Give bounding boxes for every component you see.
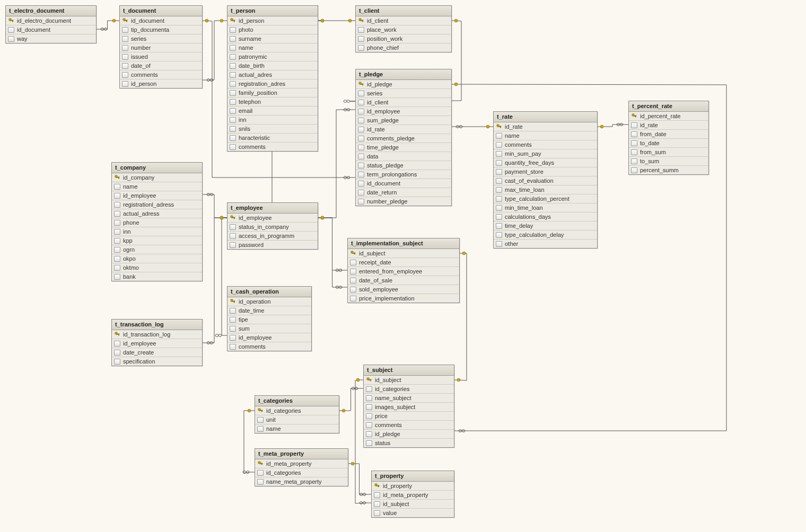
column-number_pledge[interactable]: number_pledge [356, 197, 451, 206]
table-title[interactable]: t_cash_operation [227, 287, 311, 297]
column-id_document[interactable]: id_document [356, 179, 451, 188]
column-type_calculation_percent[interactable]: type_calculation_percent [494, 194, 597, 203]
column-id_pledge[interactable]: id_pledge [356, 80, 451, 89]
column-telephon[interactable]: telephon [227, 97, 318, 107]
column-images_subject[interactable]: images_subject [364, 403, 454, 412]
column-status_pledge[interactable]: status_pledge [356, 161, 451, 170]
table-title[interactable]: t_electro_document [6, 6, 96, 16]
column-status_in_company[interactable]: status_in_company [227, 223, 318, 232]
column-id_categories[interactable]: id_categories [255, 406, 339, 415]
column-unit[interactable]: unit [255, 415, 339, 424]
column-time_delay[interactable]: time_delay [494, 221, 597, 230]
column-okpo[interactable]: okpo [112, 254, 202, 263]
table-title[interactable]: t_property [372, 471, 454, 482]
column-comments[interactable]: comments [227, 143, 318, 151]
table-t_employee[interactable]: t_employeeid_employeestatus_in_companyac… [227, 202, 318, 250]
column-sold_employee[interactable]: sold_employee [348, 285, 459, 294]
table-t_rate[interactable]: t_rateid_ratenamecommentsmin_sum_payquan… [493, 111, 598, 249]
column-id_company[interactable]: id_company [112, 173, 202, 182]
column-id_subject[interactable]: id_subject [372, 500, 454, 509]
column-access_in_programm[interactable]: access_in_programm [227, 232, 318, 241]
column-entered_from_employee[interactable]: entered_from_employee [348, 267, 459, 276]
table-title[interactable]: t_transaction_log [112, 320, 202, 330]
table-title[interactable]: t_percent_rate [629, 101, 708, 112]
column-other[interactable]: other [494, 240, 597, 248]
table-title[interactable]: t_person [227, 6, 318, 16]
column-actual_adress[interactable]: actual_adress [112, 209, 202, 218]
table-t_pledge[interactable]: t_pledgeid_pledgeseriesid_clientid_emplo… [355, 69, 452, 206]
column-id_operation[interactable]: id_operation [227, 297, 311, 306]
column-from_date[interactable]: from_date [629, 130, 708, 139]
table-title[interactable]: t_company [112, 163, 202, 173]
column-id_transaction_log[interactable]: id_transaction_log [112, 330, 202, 339]
column-comments[interactable]: comments [120, 70, 202, 79]
column-tipe[interactable]: tipe [227, 315, 311, 324]
column-min_sum_pay[interactable]: min_sum_pay [494, 149, 597, 158]
column-to_sum[interactable]: to_sum [629, 157, 708, 166]
column-place_work[interactable]: place_work [356, 25, 451, 34]
table-title[interactable]: t_categories [255, 396, 339, 406]
column-id_meta_property[interactable]: id_meta_property [372, 491, 454, 500]
column-sum_pledge[interactable]: sum_pledge [356, 116, 451, 125]
column-inn[interactable]: inn [112, 227, 202, 236]
table-t_cash_operation[interactable]: t_cash_operationid_operationdate_timetip… [227, 286, 312, 351]
column-id_client[interactable]: id_client [356, 16, 451, 25]
column-id_pledge[interactable]: id_pledge [364, 430, 454, 439]
column-type_calculation_delay[interactable]: type_calculation_delay [494, 230, 597, 240]
column-id_property[interactable]: id_property [372, 482, 454, 491]
column-id_electro_document[interactable]: id_electro_document [6, 16, 96, 25]
column-id_client[interactable]: id_client [356, 98, 451, 107]
column-sum[interactable]: sum [227, 324, 311, 333]
column-issued[interactable]: issued [120, 52, 202, 61]
column-percent_summ[interactable]: percent_summ [629, 166, 708, 174]
column-tip_documenta[interactable]: tip_documenta [120, 25, 202, 34]
column-bank[interactable]: bank [112, 272, 202, 281]
column-date_of_sale[interactable]: date_of_sale [348, 276, 459, 285]
column-photo[interactable]: photo [227, 25, 318, 34]
table-t_meta_property[interactable]: t_meta_propertyid_meta_propertyid_catego… [255, 448, 348, 486]
column-min_time_loan[interactable]: min_time_loan [494, 203, 597, 212]
table-title[interactable]: t_implementation_subject [348, 238, 459, 249]
column-id_document[interactable]: id_document [120, 16, 202, 25]
column-id_meta_property[interactable]: id_meta_property [255, 459, 348, 468]
column-value[interactable]: value [372, 509, 454, 517]
column-data[interactable]: data [356, 152, 451, 161]
column-phone[interactable]: phone [112, 218, 202, 227]
column-quantity_free_days[interactable]: quantity_free_days [494, 158, 597, 167]
column-id_subject[interactable]: id_subject [348, 249, 459, 258]
column-date_of[interactable]: date_of [120, 61, 202, 70]
column-name_meta_property[interactable]: name_meta_property [255, 477, 348, 486]
column-series[interactable]: series [356, 89, 451, 98]
table-t_transaction_log[interactable]: t_transaction_logid_transaction_logid_em… [111, 319, 203, 366]
column-kpp[interactable]: kpp [112, 236, 202, 245]
column-price[interactable]: price [364, 412, 454, 421]
table-t_document[interactable]: t_documentid_documenttip_documentaseries… [119, 5, 203, 88]
column-registrationl_adress[interactable]: registrationl_adress [112, 200, 202, 209]
column-family_position[interactable]: family_position [227, 88, 318, 97]
table-title[interactable]: t_subject [364, 365, 454, 376]
column-name[interactable]: name [227, 43, 318, 52]
column-id_categories[interactable]: id_categories [364, 385, 454, 394]
column-comments[interactable]: comments [364, 421, 454, 430]
column-comments[interactable]: comments [227, 342, 311, 351]
table-t_electro_document[interactable]: t_electro_documentid_electro_documentid_… [5, 5, 97, 43]
column-name[interactable]: name [494, 131, 597, 140]
column-way[interactable]: way [6, 34, 96, 43]
table-t_property[interactable]: t_propertyid_propertyid_meta_propertyid_… [371, 471, 454, 518]
column-actual_adres[interactable]: actual_adres [227, 70, 318, 79]
column-haracteristic[interactable]: haracteristic [227, 134, 318, 143]
column-time_pledge[interactable]: time_pledge [356, 143, 451, 152]
column-max_time_loan[interactable]: max_time_loan [494, 185, 597, 194]
column-price_implementation[interactable]: price_implementation [348, 294, 459, 303]
table-title[interactable]: t_rate [494, 112, 597, 122]
column-oktmo[interactable]: oktmo [112, 263, 202, 272]
column-surname[interactable]: surname [227, 34, 318, 43]
table-t_client[interactable]: t_clientid_clientplace_workposition_work… [355, 5, 452, 52]
column-phone_chief[interactable]: phone_chief [356, 43, 451, 52]
table-t_person[interactable]: t_personid_personphotosurnamenamepatrony… [227, 5, 318, 152]
column-id_categories[interactable]: id_categories [255, 468, 348, 477]
column-date_return[interactable]: date_return [356, 188, 451, 197]
column-id_person[interactable]: id_person [120, 79, 202, 88]
column-id_percent_rate[interactable]: id_percent_rate [629, 112, 708, 121]
column-id_rate[interactable]: id_rate [629, 121, 708, 130]
